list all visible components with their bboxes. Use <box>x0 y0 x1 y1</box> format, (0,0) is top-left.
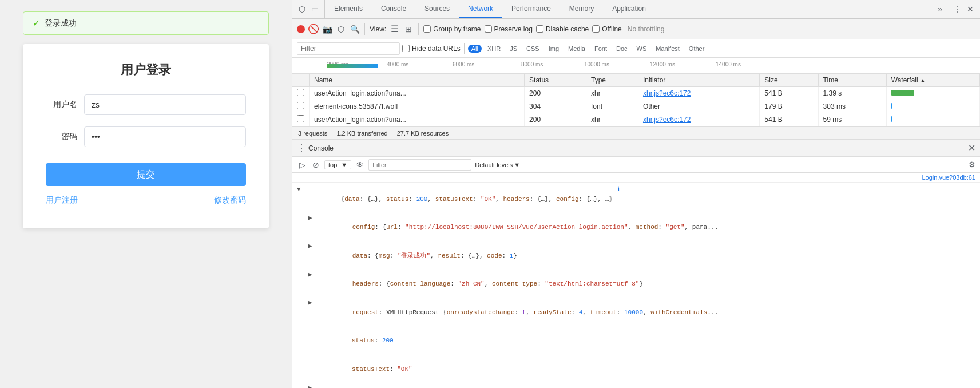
search-icon[interactable]: 🔍 <box>350 24 360 34</box>
timeline-bar: 2000 ms 4000 ms 6000 ms 8000 ms 10000 ms… <box>292 58 980 74</box>
device-icon[interactable]: ▭ <box>310 4 320 14</box>
timeline-label-4000: 4000 ms <box>387 61 408 68</box>
console-execute-icon[interactable]: ▷ <box>297 160 307 170</box>
expand-arrow-2[interactable]: ▶ <box>308 213 312 223</box>
filter-ws-btn[interactable]: WS <box>633 45 650 53</box>
filter-js-btn[interactable]: JS <box>506 45 521 53</box>
offline-checkbox[interactable] <box>592 25 600 33</box>
devtools-nav: ⬡ ▭ Elements Console Sources Network Per… <box>292 0 980 19</box>
change-password-link[interactable]: 修改密码 <box>214 195 246 205</box>
preserve-log-checkbox[interactable] <box>485 25 492 33</box>
filter-icon[interactable]: ⬡ <box>336 24 346 34</box>
hide-data-urls-label[interactable]: Hide data URLs <box>402 45 461 53</box>
filter-css-btn[interactable]: CSS <box>523 45 543 53</box>
timeline-label-8000: 8000 ms <box>521 61 543 68</box>
console-close-button[interactable]: ✕ <box>968 142 975 153</box>
row-checkbox-3[interactable] <box>297 115 304 122</box>
top-context-selector[interactable]: top ▼ <box>324 160 351 169</box>
levels-dropdown-arrow: ▼ <box>514 161 520 168</box>
row-checkbox-2[interactable] <box>297 102 304 109</box>
row-status-3: 200 <box>525 113 586 126</box>
expand-arrow-1[interactable]: ▼ <box>297 185 301 195</box>
tab-performance[interactable]: Performance <box>502 0 560 18</box>
clear-icon[interactable]: 🚫 <box>308 24 319 34</box>
filter-other-btn[interactable]: Other <box>685 45 708 53</box>
expand-arrow-4[interactable]: ▶ <box>308 270 312 280</box>
submit-button[interactable]: 提交 <box>46 163 246 186</box>
devtools-settings-icon[interactable]: ⋮ <box>953 4 963 14</box>
filter-xhr-btn[interactable]: XHR <box>484 45 504 53</box>
password-label: 密码 <box>46 132 77 142</box>
tab-application[interactable]: Application <box>603 0 655 18</box>
resources-size: 27.7 KB resources <box>397 130 449 137</box>
record-button[interactable] <box>297 25 305 33</box>
group-view-icon[interactable]: ⊞ <box>403 24 414 34</box>
tab-memory[interactable]: Memory <box>560 0 603 18</box>
row-size-1: 541 B <box>760 87 818 100</box>
disable-cache-checkbox[interactable] <box>536 25 543 33</box>
console-tab-label[interactable]: Console <box>308 144 334 152</box>
row-status-2: 304 <box>525 100 586 113</box>
expand-arrow-3[interactable]: ▶ <box>308 241 312 251</box>
row-initiator-1[interactable]: xhr.js?ec6c:172 <box>638 87 759 100</box>
row-waterfall-1 <box>886 87 979 100</box>
row-name-2: element-icons.535877f.woff <box>310 100 525 113</box>
filter-font-btn[interactable]: Font <box>591 45 610 53</box>
group-by-frame-checkbox[interactable] <box>423 25 431 33</box>
password-input[interactable] <box>84 126 246 147</box>
console-settings-icon[interactable]: ⚙ <box>969 160 975 169</box>
row-status-1: 200 <box>525 87 586 100</box>
row-initiator-3[interactable]: xhr.js?ec6c:172 <box>638 113 759 126</box>
more-tabs-icon[interactable]: » <box>935 4 945 14</box>
filter-media-btn[interactable]: Media <box>565 45 589 53</box>
console-menu-icon[interactable]: ⋮ <box>297 142 306 153</box>
preserve-log-label[interactable]: Preserve log <box>485 25 533 33</box>
row-checkbox-1[interactable] <box>297 89 304 96</box>
sep2 <box>418 23 419 35</box>
console-block-icon[interactable]: ⊘ <box>311 160 321 170</box>
col-waterfall[interactable]: Waterfall ▲ <box>886 74 979 87</box>
col-size[interactable]: Size <box>760 74 818 87</box>
username-row: 用户名 <box>46 94 246 115</box>
table-row[interactable]: userAction_login.action?una... 200 xhr x… <box>292 87 980 100</box>
filter-doc-btn[interactable]: Doc <box>613 45 631 53</box>
filter-img-btn[interactable]: Img <box>545 45 562 53</box>
col-time[interactable]: Time <box>818 74 886 87</box>
register-link[interactable]: 用户注册 <box>46 195 78 205</box>
filter-all-btn[interactable]: All <box>468 45 482 53</box>
console-filter-input[interactable] <box>368 159 471 171</box>
console-line-6: status: 200 <box>297 327 975 355</box>
offline-label[interactable]: Offline <box>592 25 621 33</box>
table-row[interactable]: userAction_login.action?una... 200 xhr x… <box>292 113 980 126</box>
expand-arrow-5[interactable]: ▶ <box>308 298 312 308</box>
col-initiator[interactable]: Initiator <box>638 74 759 87</box>
list-view-icon[interactable]: ☰ <box>390 24 400 34</box>
console-source-link[interactable]: Login.vue?03db:61 <box>292 173 980 183</box>
username-input[interactable] <box>84 94 246 115</box>
default-levels-button[interactable]: Default levels ▼ <box>475 161 520 168</box>
col-type[interactable]: Type <box>586 74 638 87</box>
eye-icon[interactable]: 👁 <box>355 160 365 170</box>
table-row[interactable]: element-icons.535877f.woff 304 font Othe… <box>292 100 980 113</box>
cursor-icon[interactable]: ⬡ <box>297 4 307 14</box>
console-panel: ⋮ Console ✕ ▷ ⊘ top ▼ 👁 Default levels ▼… <box>292 140 980 388</box>
disable-cache-label[interactable]: Disable cache <box>536 25 589 33</box>
tab-elements[interactable]: Elements <box>325 0 372 18</box>
tab-network[interactable]: Network <box>459 0 502 18</box>
tab-sources[interactable]: Sources <box>415 0 459 18</box>
devtools-close-icon[interactable]: ✕ <box>965 4 975 14</box>
camera-icon[interactable]: 📷 <box>322 24 332 34</box>
devtools-nav-icons: ⬡ ▭ <box>292 0 325 18</box>
filter-sep <box>464 43 465 54</box>
console-toolbar: ▷ ⊘ top ▼ 👁 Default levels ▼ ⚙ <box>292 157 980 173</box>
row-time-2: 303 ms <box>818 100 886 113</box>
col-status[interactable]: Status <box>525 74 586 87</box>
hide-data-urls-checkbox[interactable] <box>402 45 410 52</box>
group-by-frame-label[interactable]: Group by frame <box>423 25 481 33</box>
expand-arrow-8[interactable]: ▶ <box>308 383 312 389</box>
requests-count: 3 requests <box>298 130 327 137</box>
filter-manifest-btn[interactable]: Manifest <box>652 45 683 53</box>
tab-console[interactable]: Console <box>372 0 415 18</box>
filter-input[interactable] <box>297 42 400 55</box>
col-name[interactable]: Name <box>310 74 525 87</box>
